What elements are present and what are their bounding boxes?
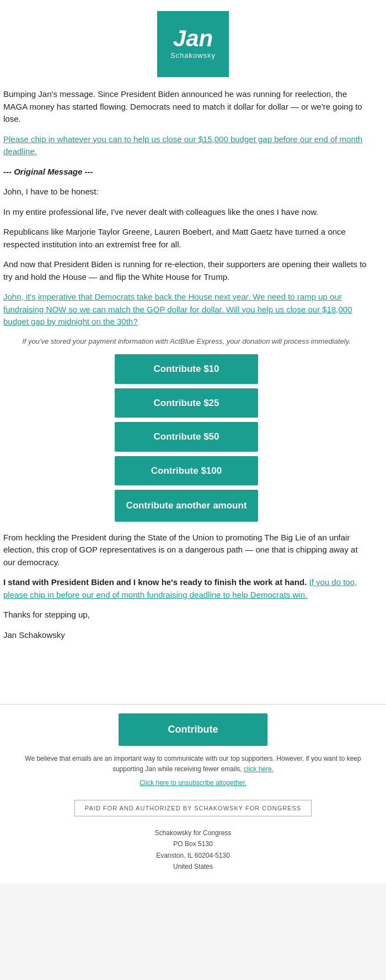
actblue-note: If you've stored your payment informatio… — [3, 336, 369, 347]
bold-part: I stand with President Biden and I know … — [3, 577, 307, 587]
thanks: Thanks for stepping up, — [3, 609, 369, 621]
para5: From heckling the President during the S… — [3, 532, 369, 569]
contribute-25-button[interactable]: Contribute $25 — [115, 388, 258, 418]
contribute-10-button[interactable]: Contribute $10 — [115, 354, 258, 384]
chip-in-link[interactable]: Please chip in whatever you can to help … — [3, 134, 362, 156]
ramp-up-link[interactable]: John, it's imperative that Democrats tak… — [3, 292, 352, 326]
stand-with-para: I stand with President Biden and I know … — [3, 576, 369, 601]
footer-address: Schakowsky for Congress PO Box 5130 Evan… — [17, 827, 369, 873]
footer-text-before: We believe that emails are an important … — [25, 755, 361, 773]
address-line1: Schakowsky for Congress — [155, 829, 232, 837]
paid-for-box: PAID FOR AND AUTHORIZED BY SCHAKOWSKY FO… — [74, 800, 312, 817]
address-line3: Evanston, IL 60204-5130 — [156, 852, 230, 859]
logo-box: Jan Schakowsky — [157, 11, 229, 77]
main-content: Bumping Jan's message. Since President B… — [0, 83, 386, 687]
footer-contribute-button[interactable]: Contribute — [119, 713, 268, 746]
para3: Republicans like Marjorie Taylor Greene,… — [3, 226, 369, 251]
contribute-50-button[interactable]: Contribute $50 — [115, 422, 258, 452]
footer-area: Contribute We believe that emails are an… — [0, 705, 386, 884]
contribute-another-button[interactable]: Contribute another amount — [115, 490, 258, 522]
signature: Jan Schakowsky — [3, 629, 369, 642]
contribute-100-button[interactable]: Contribute $100 — [115, 456, 258, 486]
greeting: John, I have to be honest: — [3, 186, 369, 198]
para2: In my entire professional life, I've nev… — [3, 206, 369, 219]
logo-area: Jan Schakowsky — [0, 0, 386, 83]
click-here-link[interactable]: click here. — [244, 765, 274, 773]
intro-paragraph1: Bumping Jan's message. Since President B… — [3, 88, 369, 126]
address-line4: United States — [173, 863, 213, 870]
logo-schakowsky: Schakowsky — [170, 50, 216, 61]
footer-text: We believe that emails are an important … — [17, 754, 369, 775]
logo-jan: Jan — [173, 27, 213, 50]
address-line2: PO Box 5130 — [173, 840, 212, 848]
para4: And now that President Biden is running … — [3, 258, 369, 283]
unsubscribe-text: Click here to unsubscribe altogether. — [17, 778, 369, 788]
original-message-label: --- Original Message --- — [3, 166, 369, 178]
unsubscribe-link[interactable]: Click here to unsubscribe altogether. — [140, 779, 246, 787]
